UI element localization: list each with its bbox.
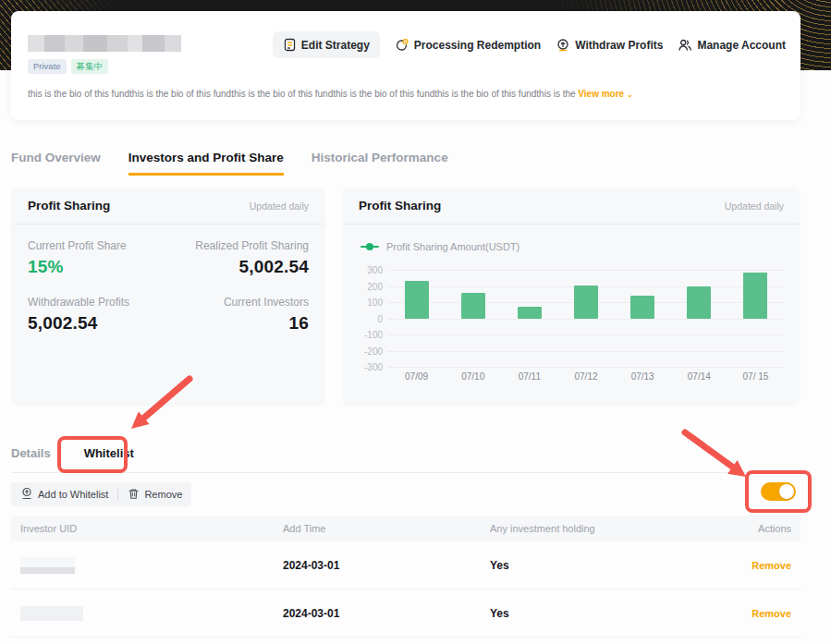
withdrawable-profits-value: 5,002.54	[28, 313, 168, 334]
stat-current-investors: Current Investors 16	[168, 296, 309, 334]
table-row: 2024-03-01 Yes Remove	[11, 541, 800, 589]
refresh-gear-icon	[395, 38, 409, 53]
fund-name-redacted	[28, 35, 181, 52]
edit-strategy-button[interactable]: Edit Strategy	[273, 31, 380, 58]
add-to-whitelist-label: Add to Whitelist	[38, 489, 108, 500]
whitelist-toolbar: Add to Whitelist Remove	[11, 482, 191, 506]
summary-stats: Current Profit Share 15% Realized Profit…	[11, 225, 325, 348]
col-investor-uid: Investor UID	[11, 523, 274, 534]
toggle-knob	[779, 484, 794, 499]
withdraw-profits-button[interactable]: Withdraw Profits	[556, 38, 663, 53]
summary-updated-label: Updated daily	[250, 200, 309, 212]
chart-gridline	[388, 270, 784, 271]
chart-legend: Profit Sharing Amount(USDT)	[361, 241, 519, 252]
bar-07/12	[574, 286, 598, 319]
bar-07/10	[461, 293, 485, 319]
whitelist-enabled-toggle[interactable]	[761, 482, 796, 501]
bar-07/09	[405, 281, 429, 318]
remove-button[interactable]: Remove	[128, 488, 182, 502]
current-investors-value: 16	[168, 313, 309, 334]
remove-row-link[interactable]: Remove	[752, 560, 791, 571]
coin-withdraw-icon	[556, 38, 570, 53]
profit-sharing-summary-card: Profit Sharing Updated daily Current Pro…	[11, 188, 325, 407]
main-tab-bar: Fund Overview Investors and Profit Share…	[11, 151, 448, 176]
processing-redemption-label: Processing Redemption	[414, 39, 541, 52]
bar-07/11	[518, 307, 542, 318]
current-profit-share-value: 15%	[28, 257, 168, 277]
x-axis-tick-label: 07/ 15	[727, 371, 783, 382]
y-axis-tick-label: 300	[361, 265, 383, 275]
y-axis-tick-label: 100	[361, 298, 383, 308]
table-row: 2024-03-01 Yes Remove	[11, 589, 800, 638]
chart-gridline	[388, 351, 784, 352]
stat-current-profit-share: Current Profit Share 15%	[28, 239, 168, 277]
x-axis-tick-label: 07/09	[389, 371, 445, 382]
chevron-down-icon: ⌄	[627, 91, 633, 99]
col-any-investment-holding: Any investment holding	[481, 523, 712, 534]
bar-07/14	[687, 286, 711, 318]
x-axis-tick-label: 07/11	[502, 371, 557, 382]
holding-cell: Yes	[481, 607, 712, 620]
col-actions: Actions	[712, 523, 800, 534]
header-action-bar: Edit Strategy Processing Redemption With…	[273, 31, 786, 58]
col-add-time: Add Time	[274, 523, 481, 534]
chart-card-title: Profit Sharing	[359, 199, 441, 213]
fund-bio: this is the bio of this fundthis is the …	[28, 89, 675, 99]
holding-cell: Yes	[481, 559, 712, 572]
tab-whitelist[interactable]: Whitelist	[84, 446, 134, 460]
fund-badges: Private 募集中	[28, 59, 108, 74]
private-badge: Private	[28, 59, 67, 74]
y-axis-tick-label: 0	[361, 313, 383, 323]
x-axis-tick-label: 07/13	[615, 371, 670, 382]
remove-button-label: Remove	[144, 489, 182, 500]
edit-strategy-label: Edit Strategy	[301, 39, 370, 52]
tab-historical-performance[interactable]: Historical Performance	[312, 151, 448, 176]
sub-tab-bar: Details Whitelist	[11, 446, 134, 460]
x-axis-tick-label: 07/10	[446, 371, 501, 382]
realized-profit-sharing-value: 5,002.54	[168, 257, 309, 277]
chart-gridline	[388, 334, 784, 335]
summary-card-title: Profit Sharing	[28, 199, 110, 213]
y-axis-tick-label: -300	[361, 362, 383, 372]
tab-investors-and-profit-share[interactable]: Investors and Profit Share	[128, 151, 284, 176]
legend-label: Profit Sharing Amount(USDT)	[386, 241, 519, 252]
fund-header-card: Private 募集中 this is the bio of this fund…	[11, 11, 800, 120]
tab-fund-overview[interactable]: Fund Overview	[11, 151, 101, 176]
x-axis-tick-label: 07/12	[558, 371, 614, 382]
recruiting-badge: 募集中	[71, 59, 109, 74]
table-header-row: Investor UID Add Time Any investment hol…	[11, 516, 800, 541]
document-icon	[283, 38, 297, 52]
manage-account-label: Manage Account	[697, 39, 786, 52]
stat-withdrawable-profits: Withdrawable Profits 5,002.54	[28, 296, 168, 334]
annotation-arrow-toggle	[679, 427, 753, 484]
bar-07/13	[630, 296, 654, 319]
add-to-whitelist-icon	[20, 487, 33, 502]
chart-gridline	[388, 367, 784, 368]
divider	[11, 472, 800, 473]
withdraw-profits-label: Withdraw Profits	[575, 39, 663, 52]
y-axis-tick-label: -100	[361, 330, 383, 340]
remove-row-link[interactable]: Remove	[752, 608, 791, 619]
profit-sharing-bar-chart: 3002001000-100-200-30007/0907/1007/1107/…	[361, 262, 791, 392]
chart-updated-label: Updated daily	[725, 200, 784, 212]
x-axis-tick-label: 07/14	[671, 371, 727, 382]
chart-gridline	[388, 319, 784, 320]
investor-uid-redacted	[20, 557, 75, 574]
processing-redemption-button[interactable]: Processing Redemption	[395, 38, 541, 53]
investor-uid-redacted	[20, 606, 83, 621]
people-icon	[678, 38, 692, 53]
add-time-cell: 2024-03-01	[274, 559, 481, 572]
toolbar-divider	[117, 489, 118, 501]
tab-details[interactable]: Details	[11, 446, 51, 460]
stat-realized-profit-sharing: Realized Profit Sharing 5,002.54	[168, 239, 309, 277]
bar-07/ 15	[743, 273, 767, 319]
trash-icon	[128, 488, 140, 502]
legend-line-dot-icon	[361, 246, 379, 248]
whitelist-table: Investor UID Add Time Any investment hol…	[11, 516, 800, 638]
y-axis-tick-label: 200	[361, 281, 383, 291]
add-to-whitelist-button[interactable]: Add to Whitelist	[20, 487, 108, 502]
fund-management-page: Private 募集中 this is the bio of this fund…	[0, 0, 831, 644]
y-axis-tick-label: -200	[361, 346, 383, 356]
view-more-link[interactable]: View more ⌄	[578, 89, 632, 99]
manage-account-button[interactable]: Manage Account	[678, 38, 786, 53]
